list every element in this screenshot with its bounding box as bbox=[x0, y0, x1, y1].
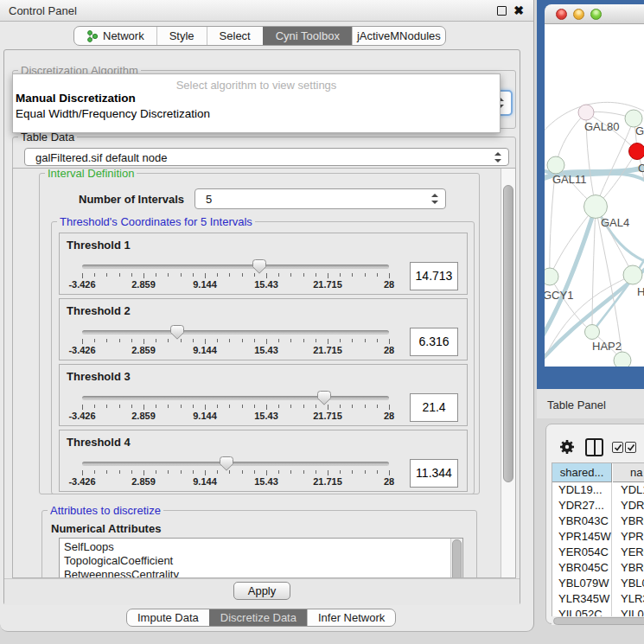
float-window-icon[interactable] bbox=[497, 6, 507, 16]
table-cell-name[interactable]: YDL1 bbox=[613, 482, 644, 498]
gear-icon[interactable] bbox=[559, 439, 575, 455]
table-cell-name[interactable]: YDR2 bbox=[613, 498, 644, 513]
slider-track[interactable] bbox=[82, 462, 389, 466]
minimize-traffic-light[interactable] bbox=[573, 9, 584, 20]
list-scrollbar[interactable] bbox=[450, 539, 462, 578]
column-layout-icon[interactable] bbox=[585, 438, 603, 456]
slider-tick bbox=[316, 470, 316, 474]
close-icon[interactable]: ✖ bbox=[513, 3, 524, 17]
attribute-list-item[interactable]: TopologicalCoefficient bbox=[60, 554, 462, 568]
slider-track[interactable] bbox=[82, 396, 389, 400]
tab-network[interactable]: Network bbox=[74, 27, 156, 45]
number-of-intervals-spinner[interactable]: 5 bbox=[194, 188, 446, 209]
network-node-label: HAP2 bbox=[592, 340, 622, 353]
table-cell-name[interactable]: YLR3 bbox=[613, 591, 644, 607]
network-node[interactable] bbox=[614, 352, 631, 367]
attribute-list-item[interactable]: SelfLoops bbox=[60, 540, 462, 554]
slider-tick-label: 9.144 bbox=[193, 476, 217, 487]
checkbox-icon[interactable] bbox=[625, 442, 636, 453]
network-node[interactable] bbox=[584, 195, 608, 219]
bottom-tab-bar: Impute Data Discretize Data Infer Networ… bbox=[126, 609, 396, 627]
network-canvas[interactable]: GAL80GALCGAL11GAL4GCY1HHAP2 bbox=[545, 24, 644, 367]
tab-impute-data[interactable]: Impute Data bbox=[127, 609, 209, 626]
slider-thumb[interactable] bbox=[252, 259, 266, 274]
slider-tick bbox=[82, 405, 83, 410]
column-header-name[interactable]: na bbox=[613, 463, 644, 482]
list-scrollbar-thumb[interactable] bbox=[452, 539, 462, 578]
table-cell-shared-name[interactable]: YDR27... bbox=[552, 498, 612, 513]
threshold-value-field[interactable]: 11.344 bbox=[410, 459, 458, 488]
table-cell-shared-name[interactable]: YPR145W bbox=[552, 529, 612, 545]
tab-cyni-toolbox[interactable]: Cyni Toolbox bbox=[263, 27, 352, 45]
table-cell-shared-name[interactable]: YLR345W bbox=[552, 591, 612, 607]
threshold-value-field[interactable]: 14.713 bbox=[410, 262, 458, 290]
slider-tick bbox=[156, 470, 156, 474]
hscrollbar-thumb[interactable] bbox=[553, 617, 644, 625]
slider-track[interactable] bbox=[82, 265, 389, 269]
node-table[interactable]: shared... na YDL19...YDL1YDR27...YDR2YBR… bbox=[552, 462, 644, 618]
slider-tick bbox=[377, 470, 378, 474]
popup-option-manual[interactable]: Manual Discretization bbox=[13, 91, 500, 106]
network-node[interactable] bbox=[623, 265, 642, 284]
slider-tick bbox=[217, 470, 218, 474]
table-cell-name[interactable]: YBL0 bbox=[613, 576, 644, 591]
slider-tick bbox=[106, 470, 107, 474]
zoom-traffic-light[interactable] bbox=[590, 9, 602, 20]
table-cell-shared-name[interactable]: YDL19... bbox=[552, 482, 612, 498]
slider-tick bbox=[181, 273, 182, 277]
slider-tick-label: 9.144 bbox=[193, 345, 217, 355]
slider-thumb[interactable] bbox=[170, 325, 184, 340]
threshold-label: Threshold 1 bbox=[67, 239, 131, 252]
slider-tick bbox=[217, 339, 218, 342]
tab-infer-network[interactable]: Infer Network bbox=[307, 609, 395, 626]
tab-select[interactable]: Select bbox=[207, 27, 263, 45]
slider-thumb[interactable] bbox=[317, 391, 331, 405]
table-cell-shared-name[interactable]: YBR045C bbox=[552, 560, 612, 576]
table-panel-title: Table Panel bbox=[547, 399, 606, 411]
column-header-shared-name[interactable]: shared... bbox=[552, 463, 612, 482]
network-view-frame: GAL80GALCGAL11GAL4GCY1HHAP2 bbox=[537, 0, 644, 389]
slider-track[interactable] bbox=[82, 330, 389, 335]
scrollbar-thumb[interactable] bbox=[503, 185, 513, 482]
tab-label: Infer Network bbox=[318, 611, 385, 624]
threshold-panel-4: Threshold 4-3.4262.8599.14415.4321.71528… bbox=[59, 430, 468, 492]
apply-button[interactable]: Apply bbox=[233, 582, 291, 600]
threshold-value-field[interactable]: 6.316 bbox=[410, 328, 458, 356]
checkbox-icon[interactable] bbox=[612, 442, 623, 453]
slider-tick bbox=[217, 273, 218, 277]
table-cell-shared-name[interactable]: YBR043C bbox=[552, 513, 612, 529]
threshold-label: Threshold 4 bbox=[67, 436, 131, 449]
table-cell-shared-name[interactable]: YBL079W bbox=[552, 576, 612, 591]
table-cell-name[interactable]: YER0 bbox=[613, 545, 644, 560]
settings-vertical-scrollbar[interactable] bbox=[501, 169, 515, 577]
table-data-combobox[interactable]: galFiltered.sif default node bbox=[24, 148, 509, 166]
close-traffic-light[interactable] bbox=[556, 9, 567, 20]
slider-thumb[interactable] bbox=[220, 456, 233, 471]
table-cell-name[interactable]: YBR0 bbox=[613, 513, 644, 529]
slider-tick-label: 15.43 bbox=[254, 345, 278, 355]
table-cell-name[interactable]: YBR0 bbox=[613, 560, 644, 576]
table-cell-shared-name[interactable]: YER054C bbox=[552, 545, 612, 560]
popup-option-equal-width[interactable]: Equal Width/Frequency Discretization bbox=[13, 106, 500, 122]
network-node[interactable] bbox=[545, 268, 558, 285]
attribute-list-item[interactable]: BetweennessCentrality bbox=[60, 568, 462, 578]
numerical-attributes-list[interactable]: SelfLoopsTopologicalCoefficientBetweenne… bbox=[59, 538, 463, 578]
table-horizontal-scrollbar[interactable] bbox=[552, 616, 644, 625]
slider-tick bbox=[82, 273, 83, 278]
slider-tick bbox=[290, 273, 291, 277]
tab-style[interactable]: Style bbox=[156, 27, 207, 45]
tab-discretize-data[interactable]: Discretize Data bbox=[209, 609, 307, 626]
slider-tick bbox=[119, 470, 120, 474]
network-node[interactable] bbox=[585, 325, 600, 340]
network-node[interactable] bbox=[547, 156, 564, 174]
top-tab-bar: Network Style Select Cyni Toolbox jActiv… bbox=[73, 26, 446, 46]
threshold-value-field[interactable]: 21.4 bbox=[410, 393, 458, 422]
slider-tick bbox=[143, 470, 144, 475]
tab-jactivemnodules[interactable]: jActiveMNodules bbox=[352, 27, 445, 45]
slider-tick bbox=[303, 405, 304, 408]
slider-tick bbox=[229, 339, 230, 342]
network-node[interactable] bbox=[629, 143, 644, 160]
network-node[interactable] bbox=[578, 105, 594, 120]
slider-tick bbox=[365, 339, 366, 342]
table-cell-name[interactable]: YPR1 bbox=[613, 529, 644, 545]
